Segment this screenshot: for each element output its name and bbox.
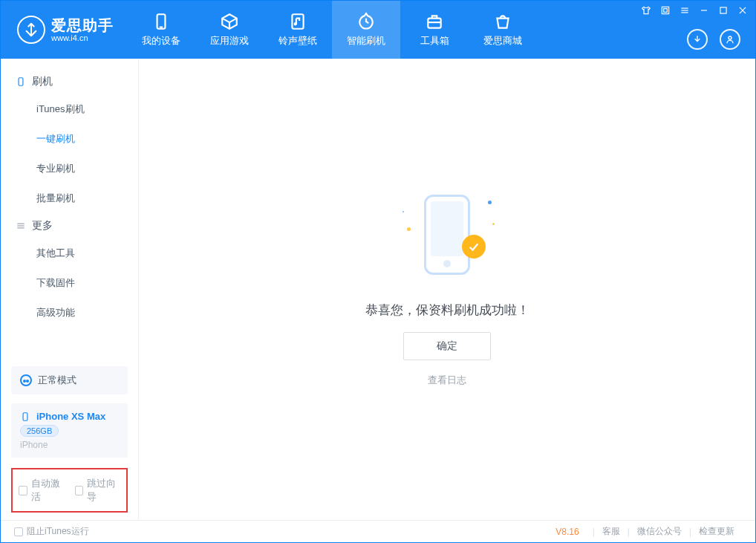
svg-point-3: [294, 23, 296, 25]
sidebar-item-itunes-flash[interactable]: iTunes刷机: [1, 94, 138, 124]
wechat-link[interactable]: 微信公众号: [630, 525, 689, 538]
user-button[interactable]: [720, 29, 740, 50]
checkbox-label: 跳过向导: [87, 477, 120, 504]
logo-icon: [17, 16, 45, 44]
download-button[interactable]: [687, 29, 708, 50]
menu-icon[interactable]: [680, 5, 690, 16]
customer-service-link[interactable]: 客服: [595, 525, 628, 538]
sidebar-section-title: 更多: [32, 219, 53, 233]
app-logo: 爱思助手 www.i4.cn: [1, 1, 127, 59]
sidebar-section-title: 刷机: [32, 75, 53, 88]
app-domain: www.i4.cn: [51, 33, 114, 42]
window-controls: [641, 5, 748, 16]
version-label: V8.16: [555, 527, 579, 537]
mode-icon: [20, 374, 32, 386]
sidebar-section-more: 更多: [1, 213, 138, 238]
device-type: iPhone: [20, 440, 48, 450]
nav-my-device[interactable]: 我的设备: [127, 1, 195, 59]
skip-guide-checkbox[interactable]: 跳过向导: [75, 477, 121, 504]
svg-rect-7: [664, 9, 668, 13]
svg-rect-16: [19, 78, 23, 86]
nav-label: 我的设备: [142, 34, 180, 48]
confirm-button[interactable]: 确定: [403, 332, 491, 360]
sidebar-item-pro-flash[interactable]: 专业刷机: [1, 154, 138, 183]
shirt-icon[interactable]: [641, 5, 651, 16]
check-update-link[interactable]: 检查更新: [691, 525, 742, 538]
check-icon: [462, 235, 486, 259]
nav-ringtones-wallpapers[interactable]: 铃声壁纸: [264, 1, 332, 59]
sidebar-item-oneclick-flash[interactable]: 一键刷机: [1, 124, 138, 154]
nav-toolbox[interactable]: 工具箱: [400, 1, 469, 59]
result-panel: 恭喜您，保资料刷机成功啦！ 确定 查看日志: [365, 192, 529, 387]
auto-activate-checkbox[interactable]: 自动激活: [19, 477, 65, 504]
svg-rect-2: [292, 14, 303, 29]
nav-label: 智能刷机: [347, 34, 385, 48]
app-header: 爱思助手 www.i4.cn 我的设备 应用游戏 铃声壁纸 智能刷机 工具箱 爱…: [1, 1, 755, 59]
nav-label: 铃声壁纸: [278, 34, 317, 48]
close-button[interactable]: [737, 5, 748, 16]
flash-options-box: 自动激活 跳过向导: [11, 468, 128, 513]
block-itunes-checkbox[interactable]: 阻止iTunes运行: [14, 525, 89, 538]
checkbox-icon: [14, 527, 23, 536]
mode-card[interactable]: 正常模式: [11, 366, 128, 394]
minimize-button[interactable]: [699, 5, 709, 16]
checkbox-label: 阻止iTunes运行: [27, 525, 89, 538]
device-storage: 256GB: [20, 425, 59, 437]
nav-apps-games[interactable]: 应用游戏: [195, 1, 264, 59]
app-name: 爱思助手: [51, 17, 114, 33]
nav-store[interactable]: 爱思商城: [469, 1, 537, 59]
nav-label: 工具箱: [420, 34, 449, 48]
device-name: iPhone XS Max: [36, 411, 105, 422]
svg-point-15: [729, 36, 731, 39]
sidebar-item-advanced[interactable]: 高级功能: [1, 298, 138, 328]
svg-rect-20: [23, 412, 27, 420]
checkbox-icon: [75, 486, 84, 495]
top-nav: 我的设备 应用游戏 铃声壁纸 智能刷机 工具箱 爱思商城: [127, 1, 537, 59]
sidebar-item-download-firmware[interactable]: 下载固件: [1, 268, 138, 298]
svg-rect-6: [662, 7, 668, 13]
success-illustration: [403, 192, 492, 288]
checkbox-label: 自动激活: [31, 477, 65, 504]
view-log-link[interactable]: 查看日志: [428, 374, 466, 387]
sidebar: 刷机 iTunes刷机 一键刷机 专业刷机 批量刷机 更多 其他工具 下载固件 …: [1, 59, 139, 520]
sidebar-section-flash: 刷机: [1, 69, 138, 94]
header-right-icons: [687, 29, 740, 50]
maximize-button[interactable]: [718, 5, 729, 16]
nav-smart-flash[interactable]: 智能刷机: [332, 1, 400, 59]
sidebar-item-other-tools[interactable]: 其他工具: [1, 238, 138, 268]
device-card[interactable]: iPhone XS Max 256GB iPhone: [11, 403, 128, 458]
sidebar-item-batch-flash[interactable]: 批量刷机: [1, 183, 138, 213]
nav-label: 爱思商城: [483, 34, 522, 48]
main-content: 恭喜您，保资料刷机成功啦！ 确定 查看日志: [139, 59, 755, 520]
status-bar: 阻止iTunes运行 V8.16 | 客服 | 微信公众号 | 检查更新: [1, 520, 755, 542]
lock-icon[interactable]: [660, 5, 671, 16]
svg-rect-12: [720, 7, 726, 13]
phone-icon: [20, 412, 30, 422]
mode-label: 正常模式: [38, 374, 76, 387]
checkbox-icon: [19, 486, 27, 495]
success-message: 恭喜您，保资料刷机成功啦！: [365, 302, 529, 319]
nav-label: 应用游戏: [210, 34, 249, 48]
